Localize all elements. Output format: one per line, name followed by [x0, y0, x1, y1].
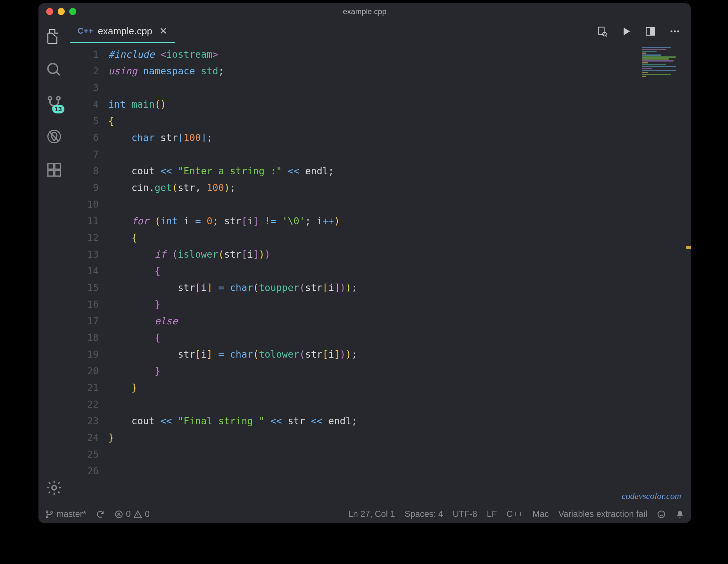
- code-line[interactable]: [108, 79, 691, 96]
- traffic-lights: [38, 8, 76, 15]
- status-problems[interactable]: 0 0: [114, 509, 150, 519]
- code-line[interactable]: }: [108, 379, 691, 396]
- code-line[interactable]: }: [108, 429, 691, 446]
- status-sync-icon[interactable]: [96, 510, 105, 519]
- settings-icon[interactable]: [46, 479, 62, 496]
- svg-point-14: [671, 30, 673, 32]
- line-number: 4: [70, 96, 99, 113]
- status-encoding[interactable]: UTF-8: [453, 509, 477, 519]
- line-number: 9: [70, 179, 99, 196]
- svg-rect-10: [599, 27, 604, 35]
- tab-example-cpp[interactable]: C++ example.cpp ✕: [70, 20, 175, 43]
- code-line[interactable]: {: [108, 263, 691, 279]
- line-number: 26: [70, 463, 99, 479]
- code-line[interactable]: {: [108, 329, 691, 346]
- svg-point-1: [48, 97, 52, 100]
- code-line[interactable]: #include <iostream>: [108, 46, 691, 63]
- code-line[interactable]: cin.get(str, 100);: [108, 179, 691, 196]
- code-line[interactable]: [108, 463, 691, 479]
- debug-icon[interactable]: [46, 128, 62, 145]
- line-number: 6: [70, 129, 99, 146]
- run-icon[interactable]: [620, 25, 633, 38]
- code-content[interactable]: #include <iostream>using namespace std;i…: [108, 46, 691, 505]
- code-line[interactable]: for (int i = 0; str[i] != '\0'; i++): [108, 213, 691, 229]
- source-control-icon[interactable]: 13: [46, 95, 62, 112]
- tab-filename: example.cpp: [98, 26, 152, 37]
- open-changes-icon[interactable]: [595, 25, 608, 38]
- line-number: 24: [70, 429, 99, 446]
- status-indentation[interactable]: Spaces: 4: [405, 509, 443, 519]
- line-number: 17: [70, 313, 99, 329]
- line-number: 3: [70, 79, 99, 96]
- line-number: 15: [70, 279, 99, 296]
- code-line[interactable]: {: [108, 113, 691, 129]
- scroll-marker: [686, 246, 691, 249]
- svg-rect-13: [651, 28, 655, 35]
- code-line[interactable]: [108, 446, 691, 463]
- status-bar: master* 0 0 Ln 27, Col 1 Spaces: 4 UTF-8…: [38, 505, 691, 523]
- line-number: 12: [70, 229, 99, 246]
- scm-badge: 13: [52, 105, 64, 113]
- window-title: example.cpp: [343, 7, 386, 16]
- code-line[interactable]: {: [108, 229, 691, 246]
- minimap[interactable]: [641, 46, 689, 85]
- line-number: 22: [70, 396, 99, 413]
- line-number: 23: [70, 413, 99, 429]
- line-number: 19: [70, 346, 99, 363]
- tab-close-icon[interactable]: ✕: [159, 25, 167, 37]
- svg-point-0: [48, 64, 58, 73]
- window: example.cpp 13: [38, 3, 691, 523]
- main-area: C++ example.cpp ✕: [70, 20, 691, 505]
- status-errors-count: 0: [126, 509, 131, 519]
- code-line[interactable]: [108, 146, 691, 163]
- line-number: 10: [70, 196, 99, 213]
- code-line[interactable]: if (islower(str[i])): [108, 246, 691, 263]
- line-number: 18: [70, 329, 99, 346]
- status-bell-icon[interactable]: [675, 510, 684, 519]
- activity-bar: 13: [38, 20, 70, 505]
- split-editor-icon[interactable]: [644, 25, 657, 38]
- tab-lang-icon: C++: [78, 26, 93, 36]
- minimize-window-button[interactable]: [58, 8, 65, 15]
- line-number: 20: [70, 363, 99, 379]
- status-cursor[interactable]: Ln 27, Col 1: [348, 509, 395, 519]
- code-line[interactable]: str[i] = char(toupper(str[i]));: [108, 279, 691, 296]
- line-number: 7: [70, 146, 99, 163]
- more-actions-icon[interactable]: [668, 25, 681, 38]
- status-warnings-count: 0: [145, 509, 150, 519]
- code-editor[interactable]: 1234567891011121314151617181920212223242…: [70, 43, 691, 505]
- status-branch[interactable]: master*: [45, 509, 86, 519]
- watermark: codevscolor.com: [622, 491, 681, 501]
- status-eol[interactable]: LF: [487, 509, 497, 519]
- code-line[interactable]: using namespace std;: [108, 63, 691, 79]
- code-line[interactable]: char str[100];: [108, 129, 691, 146]
- status-os[interactable]: Mac: [533, 509, 549, 519]
- code-line[interactable]: cout << "Enter a string :" << endl;: [108, 163, 691, 179]
- status-feedback-icon[interactable]: [657, 510, 666, 519]
- code-line[interactable]: [108, 196, 691, 213]
- status-language[interactable]: C++: [507, 509, 523, 519]
- status-extra[interactable]: Variables extraction fail: [558, 509, 647, 519]
- code-line[interactable]: [108, 396, 691, 413]
- line-number: 2: [70, 63, 99, 79]
- svg-point-17: [46, 511, 48, 512]
- code-line[interactable]: }: [108, 363, 691, 379]
- line-number: 16: [70, 296, 99, 313]
- extensions-icon[interactable]: [46, 162, 62, 178]
- search-icon[interactable]: [46, 62, 62, 78]
- code-line[interactable]: str[i] = char(tolower(str[i]));: [108, 346, 691, 363]
- line-number: 14: [70, 263, 99, 279]
- code-line[interactable]: else: [108, 313, 691, 329]
- code-line[interactable]: int main(): [108, 96, 691, 113]
- editor-actions: [595, 20, 691, 43]
- svg-rect-8: [55, 170, 60, 176]
- svg-rect-6: [55, 164, 60, 169]
- explorer-icon[interactable]: [46, 28, 62, 45]
- close-window-button[interactable]: [46, 8, 53, 15]
- maximize-window-button[interactable]: [69, 8, 76, 15]
- line-number: 13: [70, 246, 99, 263]
- svg-point-2: [57, 97, 60, 100]
- code-line[interactable]: cout << "Final string " << str << endl;: [108, 413, 691, 429]
- svg-point-16: [677, 30, 679, 32]
- code-line[interactable]: }: [108, 296, 691, 313]
